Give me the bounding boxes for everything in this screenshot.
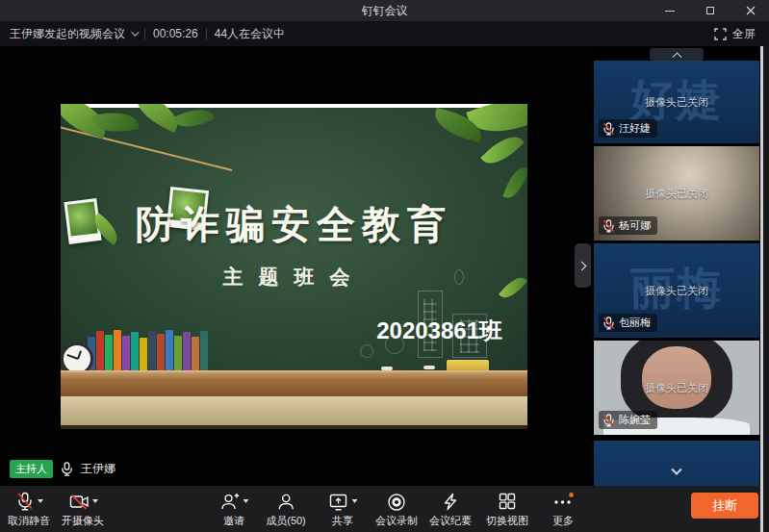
- chevron-down-icon: [131, 28, 139, 36]
- toolbar-label: 切换视图: [486, 514, 528, 528]
- record-icon: [386, 492, 407, 513]
- toolbar-label: 会议录制: [375, 514, 418, 528]
- participants-count: 44人在会议中: [215, 26, 285, 42]
- shared-presentation-slide: 防诈骗安全教育 主题班会 20203861班: [61, 104, 527, 429]
- meeting-timer: 00:05:26: [153, 27, 198, 40]
- mic-muted-icon: [602, 317, 615, 330]
- invite-button[interactable]: 邀请: [219, 492, 249, 528]
- host-row: 主持人 王伊娜: [10, 460, 115, 478]
- window-controls: [659, 0, 761, 21]
- shelf-decoration: [61, 370, 527, 396]
- books-decoration: [88, 329, 211, 375]
- hangup-button[interactable]: 挂断: [691, 493, 758, 519]
- toolbar-label: 开摄像头: [62, 514, 104, 528]
- divider: [206, 28, 207, 39]
- main-stage: 防诈骗安全教育 主题班会 20203861班: [0, 46, 594, 486]
- chevron-down-icon: [671, 465, 681, 475]
- window-title: 钉钉会议: [362, 3, 408, 19]
- scroll-down-button[interactable]: [650, 466, 704, 479]
- leaf-decoration: [172, 104, 215, 134]
- invite-icon: [219, 492, 241, 512]
- window-titlebar: 钉钉会议: [0, 0, 769, 21]
- mic-muted-icon: [602, 414, 615, 427]
- minimize-icon: [665, 11, 675, 12]
- more-icon: [551, 492, 575, 512]
- participants-sidebar: 好婕 摄像头已关闭 汪好婕 摄像头已关闭 杨可娜 丽: [594, 46, 759, 532]
- maximize-icon: [706, 7, 714, 14]
- share-screen-button[interactable]: 共享: [328, 492, 358, 528]
- toolbar-label: 更多: [552, 514, 574, 528]
- share-screen-icon: [328, 492, 349, 512]
- camera-off-label: 摄像头已关闭: [594, 95, 759, 110]
- participant-tile[interactable]: 摄像头已关闭 杨可娜: [594, 146, 759, 241]
- chalk-piece: [423, 366, 435, 369]
- minimize-button[interactable]: [659, 0, 680, 21]
- fullscreen-label: 全屏: [732, 26, 756, 42]
- camera-off-label: 摄像头已关闭: [594, 284, 759, 298]
- caret-icon: [244, 499, 249, 503]
- camera-off-icon: [68, 492, 90, 512]
- participant-name: 汪好婕: [619, 121, 651, 136]
- mic-muted-icon: [602, 122, 615, 136]
- toolbar-label: 会议纪要: [429, 514, 472, 528]
- participant-tile[interactable]: 丽梅 摄像头已关闭 包丽梅: [594, 243, 759, 338]
- switch-view-icon: [497, 492, 518, 512]
- sidebar-collapse-toggle[interactable]: [575, 243, 591, 288]
- host-badge: 主持人: [10, 460, 53, 478]
- toolbar-label: 取消静音: [8, 514, 50, 528]
- fullscreen-button[interactable]: 全屏: [714, 26, 756, 42]
- dingtalk-meeting-window: 钉钉会议 王伊娜发起的视频会议 00:05:26 44人在会议中 全屏: [0, 0, 769, 532]
- members-button[interactable]: 成员(50): [266, 492, 306, 528]
- mic-muted-icon: [15, 492, 35, 512]
- unmute-button[interactable]: 取消静音: [8, 492, 50, 528]
- window-edge: [763, 46, 769, 532]
- notification-dot: [569, 493, 574, 497]
- participant-namebar: 包丽梅: [599, 314, 657, 332]
- toolbar-label: 共享: [332, 514, 353, 528]
- participant-name: 包丽梅: [619, 316, 651, 330]
- participant-tile[interactable]: 好婕 摄像头已关闭 汪好婕: [594, 61, 759, 143]
- mic-icon: [61, 462, 73, 476]
- switch-view-button[interactable]: 切换视图: [486, 492, 528, 528]
- close-button[interactable]: [740, 0, 761, 21]
- toolbar-label: 邀请: [223, 514, 244, 528]
- slide-title: 防诈骗安全教育: [61, 198, 527, 251]
- avatar-face: [642, 346, 711, 409]
- chalk-plant-doodle: [360, 344, 373, 358]
- more-button[interactable]: 更多: [551, 492, 575, 528]
- members-icon: [275, 492, 296, 512]
- record-button[interactable]: 会议录制: [375, 492, 418, 528]
- participant-namebar: 陈婉莹: [599, 411, 657, 429]
- fullscreen-icon: [714, 28, 727, 40]
- scroll-up-button[interactable]: [650, 48, 704, 61]
- minutes-icon: [440, 492, 461, 512]
- close-icon: [746, 6, 756, 15]
- meeting-header: 王伊娜发起的视频会议 00:05:26 44人在会议中 全屏: [0, 21, 769, 46]
- minutes-button[interactable]: 会议纪要: [429, 492, 472, 528]
- slide-subtitle: 主题班会: [61, 264, 527, 291]
- host-name: 王伊娜: [81, 461, 115, 477]
- participant-name: 陈婉莹: [619, 413, 651, 427]
- chevron-right-icon: [577, 261, 587, 270]
- participant-tile[interactable]: 摄像头已关闭 陈婉莹: [594, 341, 759, 435]
- participant-name: 杨可娜: [619, 218, 651, 233]
- camera-on-button[interactable]: 开摄像头: [62, 492, 104, 528]
- meeting-title-dropdown[interactable]: 王伊娜发起的视频会议: [10, 26, 137, 42]
- camera-off-label: 摄像头已关闭: [594, 187, 759, 201]
- slide-class-label: 20203861班: [376, 316, 502, 346]
- participant-namebar: 杨可娜: [599, 216, 657, 235]
- caret-icon: [352, 499, 358, 503]
- mic-muted-icon: [602, 219, 615, 233]
- floor-edge: [61, 425, 527, 429]
- divider: [144, 28, 145, 39]
- leaf-decoration: [480, 129, 525, 172]
- caret-icon: [92, 499, 98, 503]
- meeting-title: 王伊娜发起的视频会议: [10, 26, 125, 42]
- participant-namebar: 汪好婕: [599, 119, 657, 138]
- meeting-toolbar: 取消静音 开摄像头 邀请: [0, 486, 769, 532]
- floor-decoration: [61, 396, 527, 425]
- camera-off-label: 摄像头已关闭: [594, 381, 759, 395]
- toolbar-label: 成员(50): [266, 514, 306, 528]
- caret-icon: [38, 499, 43, 503]
- maximize-button[interactable]: [700, 0, 721, 21]
